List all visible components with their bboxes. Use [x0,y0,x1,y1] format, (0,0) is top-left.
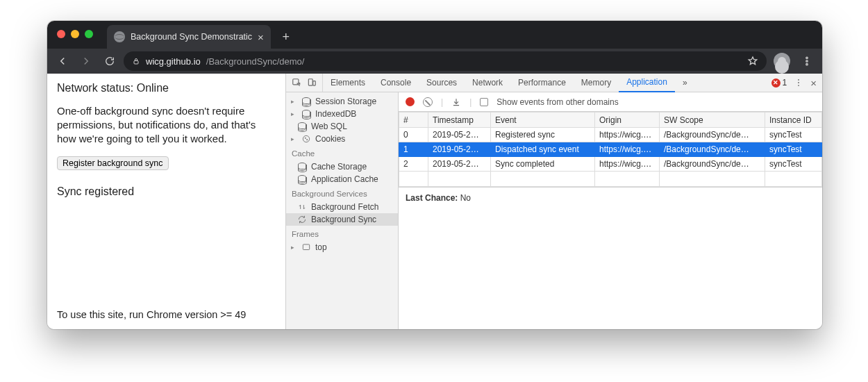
bgsync-panel: | | Show events from other domains # Tim… [399,92,822,329]
show-other-domains-checkbox[interactable] [480,98,488,106]
svg-point-9 [798,85,799,86]
inspect-tools[interactable] [286,74,323,92]
devtools-tab-elements[interactable]: Elements [323,74,373,92]
minimize-window-icon[interactable] [71,30,79,38]
svg-point-8 [798,82,799,83]
download-icon[interactable] [451,97,461,107]
back-button[interactable] [53,51,72,71]
svg-rect-0 [134,61,138,65]
url-path: /BackgroundSync/demo/ [206,56,305,67]
new-tab-button[interactable]: + [276,27,296,47]
svg-point-12 [307,140,308,140]
col-origin[interactable]: Origin [595,113,660,128]
browser-toolbar: wicg.github.io/BackgroundSync/demo/ [47,49,822,74]
forward-button[interactable] [76,51,96,71]
tree-session-storage[interactable]: Session Storage [286,95,398,108]
browser-window: Background Sync Demonstratic × + wicg.gi… [47,21,822,329]
address-bar[interactable]: wicg.github.io/BackgroundSync/demo/ [124,51,767,71]
show-other-domains-label: Show events from other domains [496,97,618,107]
page-blurb: One-off background sync doesn't require … [57,104,276,147]
devtools-tab-overflow[interactable]: » [675,74,695,92]
lock-icon [132,56,140,66]
table-header-row: # Timestamp Event Origin SW Scope Instan… [399,113,822,128]
svg-point-2 [806,60,808,62]
fullscreen-window-icon[interactable] [85,30,93,38]
window-controls[interactable] [57,30,93,38]
record-button[interactable] [406,97,415,106]
sync-result: Sync registered [57,184,276,199]
close-tab-icon[interactable]: × [258,32,264,42]
tree-header-cache: Cache [286,145,398,160]
tab-strip: Background Sync Demonstratic × + [47,21,822,49]
register-sync-button[interactable]: Register background sync [57,156,169,170]
chrome-requirement: To use this site, run Chrome version >= … [57,308,246,322]
bookmark-star-icon[interactable] [747,56,758,67]
devtools-tab-memory[interactable]: Memory [574,74,619,92]
reload-button[interactable] [100,51,119,71]
col-index[interactable]: # [399,113,428,128]
col-timestamp[interactable]: Timestamp [428,113,491,128]
events-table: # Timestamp Event Origin SW Scope Instan… [399,112,822,187]
svg-rect-13 [303,244,309,250]
tree-background-sync[interactable]: Background Sync [286,213,398,226]
event-detail: Last Chance: No [399,187,822,208]
inspect-icon[interactable] [292,78,301,88]
svg-point-3 [806,63,808,65]
url-host: wicg.github.io [146,56,201,67]
error-count: 1 [783,78,787,88]
tree-indexeddb[interactable]: IndexedDB [286,108,398,120]
svg-point-11 [305,138,306,138]
tree-application-cache[interactable]: Application Cache [286,173,398,185]
devtools-tab-sources[interactable]: Sources [419,74,465,92]
tree-header-frames: Frames [286,226,398,241]
devtools: Elements Console Sources Network Perform… [285,74,822,329]
devtools-tab-bar: Elements Console Sources Network Perform… [286,74,822,92]
error-indicator[interactable]: ✕1 [771,78,787,88]
tree-background-fetch[interactable]: Background Fetch [286,201,398,213]
clear-button[interactable] [423,97,433,107]
tree-frame-top[interactable]: top [286,241,398,254]
bgsync-toolbar: | | Show events from other domains [399,92,822,112]
detail-value: No [460,193,471,203]
content-area: Network status: Online One-off backgroun… [47,74,822,329]
error-icon: ✕ [771,78,781,88]
globe-icon [114,31,125,42]
tab-title: Background Sync Demonstratic [131,32,252,42]
svg-rect-5 [308,79,312,85]
device-toggle-icon[interactable] [307,78,317,88]
devtools-tab-console[interactable]: Console [373,74,419,92]
network-status: Network status: Online [57,81,276,96]
close-window-icon[interactable] [57,30,65,38]
page-viewport: Network status: Online One-off backgroun… [47,74,285,329]
devtools-tab-application[interactable]: Application [619,74,675,92]
devtools-close-icon[interactable]: × [810,77,817,89]
svg-point-1 [806,57,808,58]
browser-menu-button[interactable] [797,51,817,71]
table-row-empty [399,172,822,187]
devtools-tab-network[interactable]: Network [465,74,510,92]
detail-label: Last Chance: [406,193,458,203]
table-row[interactable]: 1 2019-05-2… Dispatched sync event https… [399,142,822,157]
tree-websql[interactable]: Web SQL [286,120,398,133]
tree-cache-storage[interactable]: Cache Storage [286,160,398,173]
svg-point-7 [798,79,799,81]
tree-header-bgservices: Background Services [286,185,398,201]
table-row[interactable]: 0 2019-05-2… Registered sync https://wic… [399,128,822,142]
col-event[interactable]: Event [491,113,595,128]
tree-cookies[interactable]: Cookies [286,133,398,145]
application-sidebar: Session Storage IndexedDB Web SQL Cookie… [286,92,399,329]
col-instance[interactable]: Instance ID [765,113,822,128]
devtools-menu-icon[interactable] [794,78,803,88]
profile-avatar[interactable] [774,53,790,69]
browser-tab[interactable]: Background Sync Demonstratic × [107,25,271,49]
col-scope[interactable]: SW Scope [660,113,765,128]
table-row[interactable]: 2 2019-05-2… Sync completed https://wicg… [399,157,822,172]
svg-rect-6 [313,81,316,85]
devtools-tab-performance[interactable]: Performance [510,74,574,92]
svg-point-10 [303,135,309,142]
